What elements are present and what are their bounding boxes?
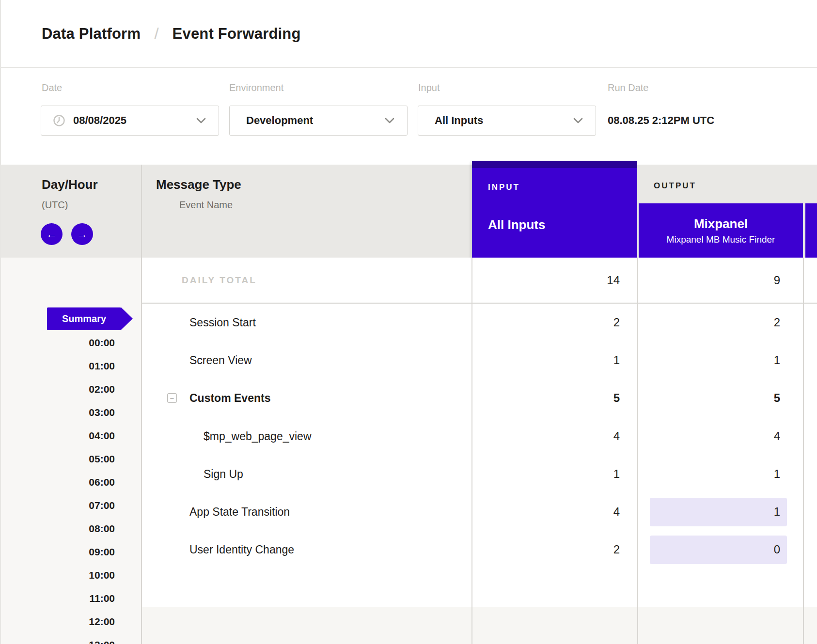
event-rows: − Session Start 2 2 − Screen View 1 1 − … <box>141 304 817 568</box>
column-divider <box>803 258 804 644</box>
empty-bottom-band <box>141 607 817 644</box>
output-value-box[interactable]: 4 <box>650 422 787 450</box>
output-value-box[interactable]: 0 <box>650 536 787 564</box>
arrow-left-icon: ← <box>47 228 57 241</box>
summary-tag-label: Summary <box>62 313 106 324</box>
message-type-column-title: Message Type <box>156 177 241 192</box>
output-column-subname: Mixpanel MB Music Finder <box>667 234 775 245</box>
hour-row-label[interactable]: 06:00 <box>1 471 141 494</box>
output-value: 1 <box>774 353 780 367</box>
output-value: 0 <box>774 543 780 556</box>
input-value: 1 <box>613 353 620 367</box>
event-row: − App State Transition 4 1 <box>141 493 817 531</box>
column-divider <box>637 258 638 644</box>
run-date-value: 08.08.25 2:12PM UTC <box>608 114 714 127</box>
output-value: 2 <box>774 316 780 329</box>
column-divider <box>471 258 472 644</box>
hour-row-label[interactable]: 01:00 <box>1 354 141 378</box>
arrow-right-icon: → <box>77 228 88 241</box>
output-value-box[interactable]: 1 <box>650 498 787 526</box>
hour-row-label[interactable]: 07:00 <box>1 494 141 517</box>
output-value-box[interactable]: 1 <box>650 346 787 375</box>
output-value: 5 <box>774 391 780 405</box>
day-hour-column-subtitle: (UTC) <box>42 199 68 211</box>
daily-total-row: DAILY TOTAL 14 9 <box>141 258 817 304</box>
output-cell: 1 <box>637 455 803 493</box>
event-row: − $mp_web_page_view 4 4 <box>141 417 817 455</box>
output-value: 1 <box>774 505 780 519</box>
input-column-name: All Inputs <box>488 217 545 232</box>
run-date-label: Run Date <box>608 82 649 93</box>
daily-total-output-box: 9 <box>650 266 787 294</box>
chevron-down-icon <box>385 118 394 123</box>
output-cell: 5 <box>637 379 803 417</box>
output-value-box[interactable]: 2 <box>650 308 787 337</box>
input-value: 4 <box>613 505 620 519</box>
date-select[interactable]: 08/08/2025 <box>41 106 219 136</box>
page-title: Event Forwarding <box>173 25 301 43</box>
output-cell: 0 <box>637 531 803 568</box>
output-cell: 1 <box>637 493 803 531</box>
input-cell: 1 <box>141 455 637 493</box>
output-cell: 1 <box>637 341 803 379</box>
mixpanel-output-header[interactable]: Mixpanel Mixpanel MB Music Finder <box>639 203 803 258</box>
hour-row-label[interactable]: 13:00 <box>1 633 141 644</box>
output-value-box[interactable]: 5 <box>650 384 787 413</box>
message-type-column-subtitle: Event Name <box>179 199 233 211</box>
next-day-button[interactable]: → <box>71 223 93 245</box>
output-column-name: Mixpanel <box>694 216 748 231</box>
event-forwarding-screen: Data Platform / Event Forwarding Date En… <box>0 0 817 644</box>
hour-row-label[interactable]: 03:00 <box>1 401 141 424</box>
input-select[interactable]: All Inputs <box>418 106 596 136</box>
summary-tag[interactable]: Summary <box>47 307 121 330</box>
breadcrumb: Data Platform / Event Forwarding <box>1 0 817 68</box>
hour-row-label[interactable]: 02:00 <box>1 378 141 401</box>
output-cell: 2 <box>637 304 803 341</box>
daily-total-input-cell: 14 <box>141 258 637 303</box>
input-cell: 1 <box>141 341 637 379</box>
breadcrumb-section[interactable]: Data Platform <box>42 25 141 43</box>
input-filter-label: Input <box>418 82 440 93</box>
column-divider <box>141 165 142 644</box>
daily-total-input-value: 14 <box>607 274 620 287</box>
input-value: 2 <box>613 543 620 556</box>
daily-total-output-value: 9 <box>774 274 780 287</box>
input-section-label: INPUT <box>488 183 520 192</box>
next-output-header-partial <box>805 203 817 258</box>
input-value: 1 <box>613 467 620 481</box>
input-cell: 4 <box>141 417 637 455</box>
breadcrumb-separator: / <box>154 24 158 43</box>
hour-row-label[interactable]: 12:00 <box>1 610 141 633</box>
event-row: − Custom Events 5 5 <box>141 379 817 417</box>
day-hour-sidebar: Summary 00:00 01:00 02:00 03:00 04:00 05… <box>1 258 141 644</box>
input-value: 2 <box>613 316 620 329</box>
date-filter-label: Date <box>42 82 62 93</box>
hour-row-label[interactable]: 10:00 <box>1 564 141 587</box>
output-cell: 4 <box>637 417 803 455</box>
output-value: 4 <box>774 429 780 443</box>
daily-total-output-cell: 9 <box>637 258 803 303</box>
input-value: 5 <box>613 391 620 405</box>
output-value-box[interactable]: 1 <box>650 460 787 488</box>
hour-row-label[interactable]: 08:00 <box>1 517 141 540</box>
day-hour-column-title: Day/Hour <box>42 177 98 192</box>
output-section-label: OUTPUT <box>654 181 696 191</box>
clock-icon <box>53 114 65 127</box>
input-column-header: INPUT All Inputs <box>472 161 637 258</box>
hour-row-label[interactable]: 09:00 <box>1 540 141 564</box>
input-value: 4 <box>613 429 620 443</box>
previous-day-button[interactable]: ← <box>41 223 63 245</box>
hour-row-label[interactable]: 05:00 <box>1 447 141 471</box>
hours-list: 00:00 01:00 02:00 03:00 04:00 05:00 06:0… <box>1 331 141 644</box>
hour-row-label[interactable]: 04:00 <box>1 424 141 447</box>
environment-filter-label: Environment <box>229 82 283 93</box>
hour-row-label[interactable]: 00:00 <box>1 331 141 354</box>
event-row: − Sign Up 1 1 <box>141 455 817 493</box>
environment-select-value: Development <box>246 114 313 127</box>
date-select-value: 08/08/2025 <box>73 114 126 127</box>
hour-row-label[interactable]: 11:00 <box>1 587 141 610</box>
environment-select[interactable]: Development <box>229 106 408 136</box>
input-cell: 2 <box>141 304 637 341</box>
chevron-down-icon <box>196 118 206 123</box>
event-row: − Screen View 1 1 <box>141 341 817 379</box>
